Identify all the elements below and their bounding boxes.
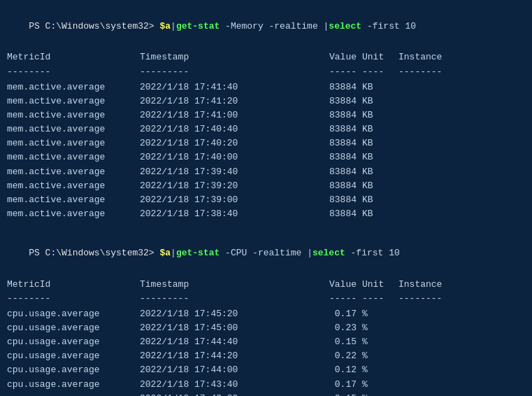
header-instance: Instance bbox=[391, 50, 442, 64]
cpu-table: MetricId Timestamp Value Unit Instance -… bbox=[7, 278, 525, 396]
cell-value: 83884 bbox=[301, 179, 357, 193]
cell-timestamp: 2022/1/18 17:41:20 bbox=[140, 94, 301, 108]
cell-timestamp: 2022/1/18 17:40:40 bbox=[140, 122, 301, 136]
cell-unit: % bbox=[357, 307, 391, 321]
cell-metricid: cpu.usage.average bbox=[7, 321, 140, 335]
cell-metricid: mem.active.average bbox=[7, 94, 140, 108]
cmd-var-memory: $a bbox=[159, 21, 171, 31]
header-unit: Unit bbox=[357, 50, 391, 64]
cell-unit: % bbox=[357, 392, 391, 396]
cell-metricid: cpu.usage.average bbox=[7, 349, 140, 363]
memory-flags: -Memory -realtime bbox=[220, 21, 323, 31]
cell-timestamp: 2022/1/18 17:41:40 bbox=[140, 80, 301, 94]
cpu-command-line: PS C:\Windows\system32> $a|get-stat -CPU… bbox=[7, 232, 525, 274]
table-row: mem.active.average2022/1/18 17:41:208388… bbox=[7, 94, 525, 108]
cell-value: 83884 bbox=[301, 150, 357, 164]
memory-command-line: PS C:\Windows\system32> $a|get-stat -Mem… bbox=[7, 6, 525, 48]
cell-metricid: mem.active.average bbox=[7, 150, 140, 164]
get-stat-cmd-memory: get-stat bbox=[176, 21, 220, 31]
cell-metricid: mem.active.average bbox=[7, 165, 140, 179]
cell-instance bbox=[391, 193, 398, 207]
table-row: mem.active.average2022/1/18 17:38:408388… bbox=[7, 207, 525, 221]
cpu-rows: cpu.usage.average2022/1/18 17:45:200.17%… bbox=[7, 307, 525, 396]
cpu-flags: -CPU -realtime bbox=[220, 248, 307, 258]
cell-unit: % bbox=[357, 349, 391, 363]
cmd-var-cpu: $a bbox=[159, 248, 171, 258]
cell-value: 0.22 bbox=[301, 349, 357, 363]
cell-unit: KB bbox=[357, 94, 391, 108]
cell-metricid: mem.active.average bbox=[7, 207, 140, 221]
header-timestamp: Timestamp bbox=[140, 50, 301, 64]
table-row: cpu.usage.average2022/1/18 17:43:200.15% bbox=[7, 392, 525, 396]
table-row: cpu.usage.average2022/1/18 17:45:000.23% bbox=[7, 321, 525, 335]
cpu-header-timestamp: Timestamp bbox=[140, 278, 301, 292]
table-row: mem.active.average2022/1/18 17:39:408388… bbox=[7, 165, 525, 179]
cell-unit: % bbox=[357, 363, 391, 377]
select-cmd-memory: select bbox=[329, 21, 361, 31]
cell-value: 0.12 bbox=[301, 363, 357, 377]
cell-instance bbox=[391, 378, 398, 392]
cell-instance bbox=[391, 136, 398, 150]
cell-value: 83884 bbox=[301, 165, 357, 179]
cell-value: 0.15 bbox=[301, 335, 357, 349]
table-row: cpu.usage.average2022/1/18 17:44:200.22% bbox=[7, 349, 525, 363]
cell-value: 0.23 bbox=[301, 321, 357, 335]
cell-timestamp: 2022/1/18 17:43:40 bbox=[140, 378, 301, 392]
cell-metricid: cpu.usage.average bbox=[7, 363, 140, 377]
cell-value: 0.15 bbox=[301, 392, 357, 396]
cell-timestamp: 2022/1/18 17:44:40 bbox=[140, 335, 301, 349]
table-row: cpu.usage.average2022/1/18 17:43:400.17% bbox=[7, 378, 525, 392]
cell-value: 83884 bbox=[301, 207, 357, 221]
cell-metricid: mem.active.average bbox=[7, 136, 140, 150]
table-row: mem.active.average2022/1/18 17:39:008388… bbox=[7, 193, 525, 207]
cell-unit: KB bbox=[357, 122, 391, 136]
table-row: cpu.usage.average2022/1/18 17:44:000.12% bbox=[7, 363, 525, 377]
cell-value: 83884 bbox=[301, 193, 357, 207]
table-row: mem.active.average2022/1/18 17:40:008388… bbox=[7, 150, 525, 164]
pipe-char-cpu-1: | bbox=[171, 248, 176, 258]
cpu-div-metricid: -------- bbox=[7, 292, 140, 306]
table-row: mem.active.average2022/1/18 17:39:208388… bbox=[7, 179, 525, 193]
cell-metricid: mem.active.average bbox=[7, 193, 140, 207]
cell-unit: KB bbox=[357, 150, 391, 164]
div-timestamp: --------- bbox=[140, 65, 301, 79]
cell-unit: % bbox=[357, 321, 391, 335]
cell-unit: KB bbox=[357, 207, 391, 221]
cell-metricid: cpu.usage.average bbox=[7, 392, 140, 396]
cell-value: 83884 bbox=[301, 136, 357, 150]
section-gap-1 bbox=[7, 225, 525, 232]
cell-instance bbox=[391, 150, 398, 164]
cell-metricid: mem.active.average bbox=[7, 122, 140, 136]
div-unit: ---- bbox=[357, 65, 391, 79]
cell-instance bbox=[391, 363, 398, 377]
cell-unit: KB bbox=[357, 165, 391, 179]
cell-instance bbox=[391, 349, 398, 363]
prompt-text: PS C:\Windows\system32> bbox=[29, 21, 159, 31]
table-row: mem.active.average2022/1/18 17:40:208388… bbox=[7, 136, 525, 150]
memory-table-header: MetricId Timestamp Value Unit Instance bbox=[7, 50, 525, 64]
header-value: Value bbox=[301, 50, 357, 64]
pipe-char-1: | bbox=[171, 21, 176, 31]
table-row: mem.active.average2022/1/18 17:41:408388… bbox=[7, 80, 525, 94]
cell-unit: KB bbox=[357, 179, 391, 193]
cell-value: 0.17 bbox=[301, 378, 357, 392]
select-args-cpu: -first 10 bbox=[345, 248, 400, 258]
cpu-div-instance: -------- bbox=[391, 292, 442, 306]
select-args-memory: -first 10 bbox=[361, 21, 416, 31]
cell-value: 0.17 bbox=[301, 307, 357, 321]
cell-instance bbox=[391, 207, 398, 221]
pipe-char-cpu-2: | bbox=[307, 248, 312, 258]
cell-timestamp: 2022/1/18 17:39:00 bbox=[140, 193, 301, 207]
cell-timestamp: 2022/1/18 17:39:20 bbox=[140, 179, 301, 193]
cell-unit: KB bbox=[357, 193, 391, 207]
cell-metricid: cpu.usage.average bbox=[7, 307, 140, 321]
memory-table: MetricId Timestamp Value Unit Instance -… bbox=[7, 50, 525, 221]
cell-timestamp: 2022/1/18 17:38:40 bbox=[140, 207, 301, 221]
cell-timestamp: 2022/1/18 17:39:40 bbox=[140, 165, 301, 179]
cell-instance bbox=[391, 307, 398, 321]
cell-timestamp: 2022/1/18 17:44:00 bbox=[140, 363, 301, 377]
cell-instance bbox=[391, 165, 398, 179]
div-metricid: -------- bbox=[7, 65, 140, 79]
prompt-text-cpu: PS C:\Windows\system32> bbox=[29, 248, 159, 258]
cell-timestamp: 2022/1/18 17:40:00 bbox=[140, 150, 301, 164]
